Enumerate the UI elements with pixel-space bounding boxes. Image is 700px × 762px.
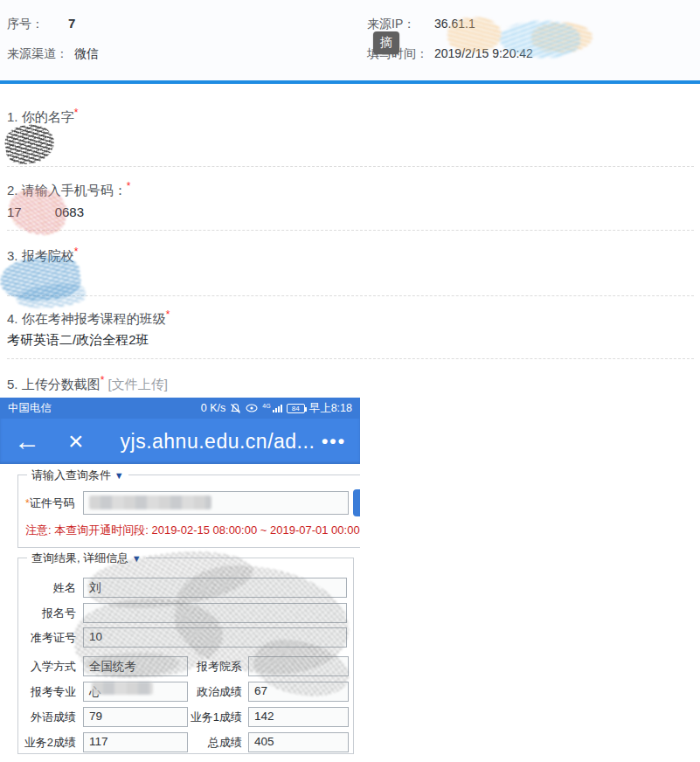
query-submit-button[interactable]	[353, 489, 360, 516]
close-icon[interactable]: ×	[68, 428, 84, 454]
total-score-input[interactable]: 405	[248, 732, 349, 752]
survey-response-page: 序号： 7 来源渠道： 微信 来源IP： 36.61.1 填写时间： 2019/…	[0, 0, 700, 762]
redaction-blur	[92, 682, 153, 695]
phone-status-bar: 中国电信 0 K/s 4G 84 早上8:18	[0, 398, 360, 419]
question-text: 1. 你的名字	[7, 109, 74, 124]
channel-label: 来源渠道：	[7, 46, 68, 62]
politics-score-input[interactable]: 67	[248, 682, 349, 702]
phone-number-suffix: 0683	[55, 204, 84, 219]
label-text: 证件号码	[30, 496, 75, 509]
question-text: 4. 你在考神报考课程的班级	[7, 311, 166, 326]
query-result-legend[interactable]: 查询结果, 详细信息 ▼	[27, 551, 146, 566]
fill-time-value: 2019/2/15 9:20:42	[434, 46, 533, 60]
question-separator	[7, 295, 694, 296]
query-condition-legend[interactable]: 请输入查询条件 ▼	[27, 468, 128, 483]
required-asterisk: *	[127, 180, 131, 192]
name-input[interactable]: 刘	[83, 578, 347, 598]
cert-number-label: *证件号码	[25, 495, 75, 511]
carrier-label: 中国电信	[8, 401, 52, 416]
clock-time: 早上8:18	[309, 401, 352, 416]
battery-icon: 84	[287, 404, 305, 413]
redaction-scribble	[3, 121, 57, 166]
subject2-score-input[interactable]: 117	[83, 732, 188, 752]
question-text: 5. 上传分数截图	[7, 377, 100, 391]
channel-value: 微信	[74, 46, 99, 62]
collapse-arrow-icon: ▼	[114, 470, 124, 481]
question-1-label: 1. 你的名字*	[7, 107, 78, 126]
question-3-label: 3. 报考院校*	[7, 246, 78, 265]
query-period-notice: 注意: 本查询开通时间段: 2019-02-15 08:00:00 ~ 2019…	[25, 523, 360, 538]
network-speed: 0 K/s	[201, 402, 226, 414]
query-condition-box: 请输入查询条件 ▼ *证件号码 注意: 本查询开通时间段: 2019-02-15…	[17, 475, 360, 548]
battery-percent: 84	[292, 405, 300, 412]
enrollment-mode-input[interactable]: 全国统考	[83, 656, 188, 676]
registration-number-input[interactable]	[83, 603, 347, 623]
source-ip-label: 来源IP：	[367, 17, 415, 32]
phone-browser-bar: ← × yjs.ahnu.edu.cn/ad... •••	[0, 419, 360, 464]
phone-number-prefix: 17	[7, 204, 22, 219]
query-result-box: 查询结果, 详细信息 ▼ 姓名 刘 报名号 准考证号 10 入学方式 全国统考 …	[17, 558, 354, 754]
cert-number-input[interactable]	[83, 491, 349, 515]
redaction-blur	[89, 495, 211, 509]
question-2-label: 2. 请输入手机号码：*	[7, 180, 130, 199]
required-asterisk: *	[166, 308, 170, 321]
question-separator	[7, 166, 694, 167]
target-department-input[interactable]	[248, 656, 349, 676]
response-meta-header: 序号： 7 来源渠道： 微信 来源IP： 36.61.1 填写时间： 2019/…	[0, 0, 700, 84]
file-upload-tag: [文件上传]	[108, 377, 168, 391]
question-separator	[7, 230, 694, 231]
admission-ticket-input[interactable]: 10	[83, 627, 347, 648]
subject1-score-label: 业务1成绩	[184, 710, 242, 725]
uploaded-score-screenshot[interactable]: 中国电信 0 K/s 4G 84 早上8:18 ← × yjs.ahnu.edu…	[0, 398, 360, 762]
serial-value: 7	[68, 16, 75, 31]
more-menu-icon[interactable]: •••	[322, 431, 346, 452]
subject2-score-label: 业务2成绩	[18, 735, 76, 751]
question-text: 2. 请输入手机号码：	[7, 183, 127, 197]
redaction-scribble	[531, 23, 593, 52]
excerpt-badge[interactable]: 摘	[373, 31, 399, 54]
eye-icon	[246, 404, 258, 412]
question-text: 3. 报考院校	[7, 248, 74, 263]
required-asterisk: *	[100, 374, 105, 386]
admission-ticket-label: 准考证号	[22, 630, 76, 646]
required-asterisk: *	[74, 107, 79, 119]
signal-strength-icon: 4G	[262, 405, 281, 412]
question-2-answer: 170683	[7, 204, 84, 219]
legend-text: 请输入查询条件	[31, 468, 111, 481]
question-separator	[7, 358, 694, 359]
address-bar-url[interactable]: yjs.ahnu.edu.cn/ad...	[121, 430, 315, 454]
politics-score-label: 政治成绩	[184, 684, 242, 700]
foreign-language-score-input[interactable]: 79	[83, 707, 188, 727]
target-department-label: 报考院系	[184, 659, 242, 675]
question-5-label: 5. 上传分数截图* [文件上传]	[7, 374, 168, 393]
subject1-score-input[interactable]: 142	[248, 707, 349, 727]
total-score-label: 总成绩	[184, 735, 242, 751]
question-4-label: 4. 你在考神报考课程的班级*	[7, 308, 170, 328]
registration-number-label: 报名号	[22, 606, 76, 621]
network-type-label: 4G	[262, 403, 270, 409]
target-major-label: 报考专业	[18, 684, 76, 700]
collapse-arrow-icon: ▼	[132, 553, 142, 564]
question-4-answer: 考研英语二/政治全程2班	[7, 332, 149, 349]
serial-label: 序号：	[7, 17, 44, 32]
foreign-language-score-label: 外语成绩	[18, 710, 76, 725]
required-asterisk: *	[74, 246, 79, 258]
source-ip-value: 36.61.1	[434, 17, 475, 31]
legend-text: 查询结果, 详细信息	[31, 551, 128, 565]
muted-bell-icon	[230, 403, 241, 414]
name-label: 姓名	[22, 580, 76, 596]
redaction-scribble	[15, 281, 87, 311]
back-arrow-icon[interactable]: ←	[14, 428, 40, 454]
enrollment-mode-label: 入学方式	[18, 659, 76, 675]
